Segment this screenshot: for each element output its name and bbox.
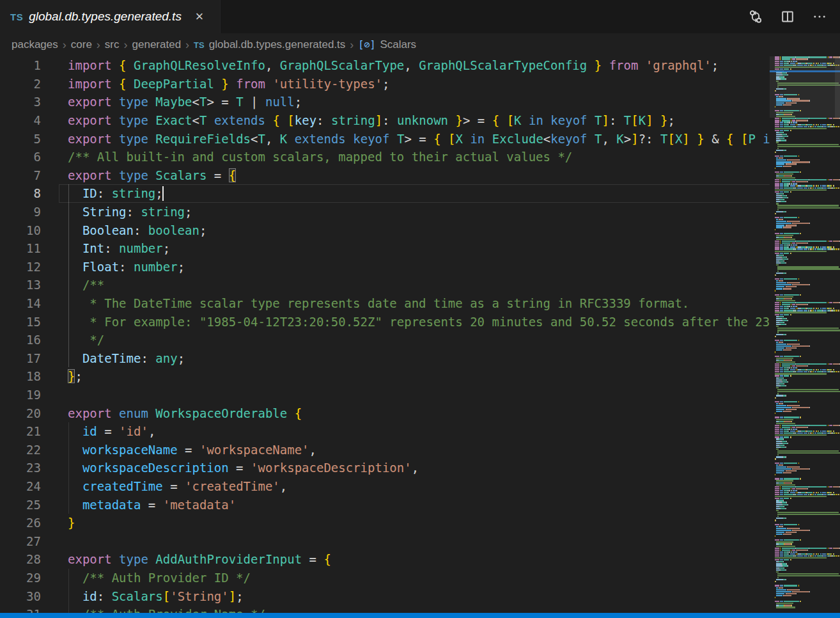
code-line-3[interactable]: 3export type Maybe<T> = T | null; bbox=[0, 93, 775, 111]
line-content: /** Auth Provider Name */ bbox=[68, 607, 265, 613]
line-content: * The DateTime scalar type represents da… bbox=[68, 296, 689, 310]
line-number: 20 bbox=[0, 406, 41, 420]
line-content: workspaceDescription = 'workspaceDescrip… bbox=[68, 461, 419, 475]
line-content: /** Auth Provider ID */ bbox=[68, 571, 251, 585]
breadcrumb-item-core[interactable]: core bbox=[71, 38, 92, 51]
code-line-27[interactable]: 27 bbox=[0, 532, 775, 550]
line-number: 26 bbox=[0, 516, 41, 530]
split-editor-icon[interactable] bbox=[780, 9, 795, 24]
line-content: import { DeepPartial } from 'utility-typ… bbox=[68, 77, 389, 91]
code-line-6[interactable]: 6/** All built-in and custom scalars, ma… bbox=[0, 148, 775, 166]
chevron-right-icon: › bbox=[124, 40, 128, 51]
line-number: 23 bbox=[0, 461, 41, 475]
line-number: 9 bbox=[0, 205, 41, 219]
line-number: 31 bbox=[0, 607, 41, 613]
breadcrumb-item-generated[interactable]: generated bbox=[132, 38, 182, 51]
breadcrumb-item-file[interactable]: global.db.types.generated.ts bbox=[209, 38, 346, 51]
chevron-right-icon: › bbox=[350, 40, 354, 51]
minimap-line bbox=[775, 452, 840, 454]
line-content: id: Scalars['String']; bbox=[68, 589, 244, 603]
line-content: Float: number; bbox=[68, 260, 185, 274]
breadcrumb-item-symbol[interactable]: Scalars bbox=[380, 38, 416, 51]
code-line-24[interactable]: 24 createdTime = 'createdTime', bbox=[0, 477, 775, 496]
code-line-4[interactable]: 4export type Exact<T extends { [key: str… bbox=[0, 111, 775, 130]
tab-bar: TS global.db.types.generated.ts × bbox=[0, 0, 840, 33]
line-number: 28 bbox=[0, 552, 41, 566]
code-line-17[interactable]: 17 DateTime: any; bbox=[0, 349, 775, 368]
code-editor[interactable]: 1import { GraphQLResolveInfo, GraphQLSca… bbox=[0, 56, 775, 613]
line-number: 25 bbox=[0, 498, 41, 512]
chevron-right-icon: › bbox=[185, 40, 189, 51]
code-line-23[interactable]: 23 workspaceDescription = 'workspaceDesc… bbox=[0, 459, 775, 477]
minimap-line bbox=[775, 268, 840, 270]
breadcrumb-item-packages[interactable]: packages bbox=[12, 38, 58, 51]
line-content: export type RequireFields<T, K extends k… bbox=[68, 132, 775, 146]
minimap-line bbox=[775, 329, 840, 331]
code-line-5[interactable]: 5export type RequireFields<T, K extends … bbox=[0, 129, 775, 148]
code-line-28[interactable]: 28export type AddAuthProviderInput = { bbox=[0, 550, 775, 569]
minimap-line bbox=[775, 514, 840, 516]
line-content: */ bbox=[68, 333, 104, 347]
code-line-11[interactable]: 11 Int: number; bbox=[0, 239, 775, 258]
line-number: 5 bbox=[0, 132, 41, 146]
code-line-26[interactable]: 26} bbox=[0, 514, 775, 532]
minimap-line bbox=[775, 391, 840, 393]
line-content: metadata = 'metadata' bbox=[68, 498, 236, 512]
line-number: 14 bbox=[0, 296, 41, 310]
tab-global-db-types[interactable]: TS global.db.types.generated.ts × bbox=[0, 0, 221, 33]
code-line-22[interactable]: 22 workspaceName = 'workspaceName', bbox=[0, 440, 775, 459]
line-content: export type Exact<T extends { [key: stri… bbox=[68, 113, 675, 127]
line-content: * For example: "1985-04-12T23:20:50.52Z"… bbox=[68, 315, 770, 329]
vertical-scrollbar[interactable] bbox=[835, 56, 840, 118]
line-number: 1 bbox=[0, 58, 41, 72]
code-line-15[interactable]: 15 * For example: "1985-04-12T23:20:50.5… bbox=[0, 312, 775, 331]
more-actions-icon[interactable] bbox=[812, 9, 827, 24]
close-tab-icon[interactable]: × bbox=[192, 9, 207, 24]
line-number: 30 bbox=[0, 589, 41, 603]
line-number: 15 bbox=[0, 315, 41, 329]
code-line-18[interactable]: 18}; bbox=[0, 367, 775, 386]
status-bar bbox=[0, 613, 840, 618]
code-line-25[interactable]: 25 metadata = 'metadata' bbox=[0, 495, 775, 514]
code-line-8[interactable]: 8 ID: string; bbox=[0, 184, 775, 203]
code-line-19[interactable]: 19 bbox=[0, 386, 775, 404]
line-number: 6 bbox=[0, 150, 41, 164]
line-content: DateTime: any; bbox=[68, 351, 185, 365]
code-line-29[interactable]: 29 /** Auth Provider ID */ bbox=[0, 569, 775, 587]
line-number: 2 bbox=[0, 77, 41, 91]
code-line-10[interactable]: 10 Boolean: boolean; bbox=[0, 221, 775, 239]
line-number: 24 bbox=[0, 479, 41, 493]
line-number: 16 bbox=[0, 333, 41, 347]
line-content: export type Maybe<T> = T | null; bbox=[68, 95, 302, 109]
open-changes-icon[interactable] bbox=[748, 9, 763, 24]
code-line-1[interactable]: 1import { GraphQLResolveInfo, GraphQLSca… bbox=[0, 56, 775, 75]
line-content: Int: number; bbox=[68, 241, 170, 255]
code-line-9[interactable]: 9 String: string; bbox=[0, 203, 775, 221]
minimap[interactable] bbox=[770, 56, 840, 613]
code-line-20[interactable]: 20export enum WorkspaceOrderable { bbox=[0, 404, 775, 422]
breadcrumb-item-src[interactable]: src bbox=[105, 38, 120, 51]
minimap-line bbox=[775, 145, 840, 147]
code-line-31[interactable]: 31 /** Auth Provider Name */ bbox=[0, 605, 775, 613]
line-content: export type AddAuthProviderInput = { bbox=[68, 552, 331, 566]
minimap-line bbox=[775, 84, 840, 86]
code-line-13[interactable]: 13 /** bbox=[0, 276, 775, 294]
line-content: Boolean: boolean; bbox=[68, 223, 206, 237]
line-content: export enum WorkspaceOrderable { bbox=[68, 406, 302, 420]
breadcrumb: packages › core › src › generated › TS g… bbox=[0, 33, 840, 56]
code-line-21[interactable]: 21 id = 'id', bbox=[0, 422, 775, 441]
code-line-12[interactable]: 12 Float: number; bbox=[0, 258, 775, 276]
line-number: 7 bbox=[0, 168, 41, 182]
line-number: 27 bbox=[0, 534, 41, 548]
code-line-7[interactable]: 7export type Scalars = { bbox=[0, 166, 775, 185]
code-line-14[interactable]: 14 * The DateTime scalar type represents… bbox=[0, 294, 775, 313]
line-content: import { GraphQLResolveInfo, GraphQLScal… bbox=[68, 58, 719, 72]
line-number: 4 bbox=[0, 113, 41, 127]
code-line-16[interactable]: 16 */ bbox=[0, 331, 775, 349]
line-content: id = 'id', bbox=[68, 424, 155, 438]
text-cursor bbox=[162, 186, 164, 201]
tab-title: global.db.types.generated.ts bbox=[29, 10, 182, 24]
line-number: 13 bbox=[0, 278, 41, 292]
code-line-2[interactable]: 2import { DeepPartial } from 'utility-ty… bbox=[0, 75, 775, 93]
code-line-30[interactable]: 30 id: Scalars['String']; bbox=[0, 587, 775, 605]
